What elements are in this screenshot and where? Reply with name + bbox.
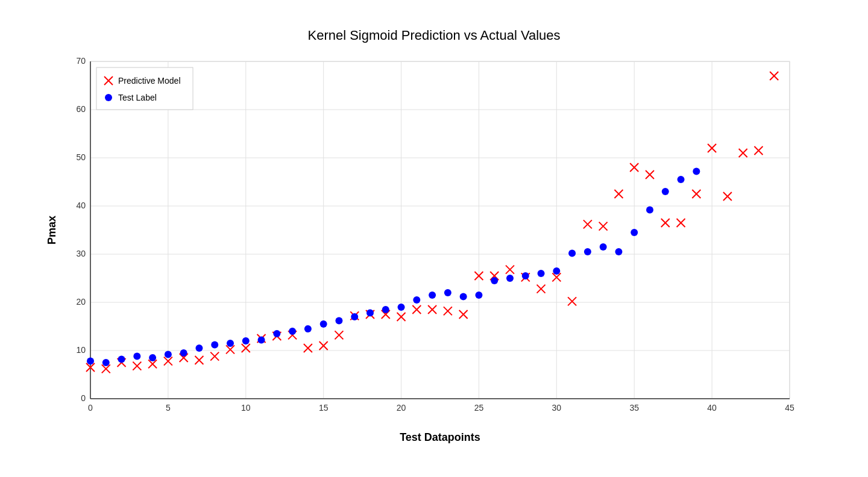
svg-point-148 [335,317,342,324]
svg-point-157 [475,292,482,299]
svg-point-150 [366,310,374,317]
svg-point-176 [105,94,112,101]
svg-text:0: 0 [81,393,86,403]
svg-point-170 [678,176,685,183]
svg-point-158 [491,277,498,284]
svg-text:0: 0 [88,403,93,413]
svg-text:Pmax: Pmax [46,216,58,245]
svg-point-153 [413,296,420,304]
svg-point-159 [506,275,514,282]
svg-point-164 [584,248,591,255]
svg-point-143 [258,336,265,343]
svg-point-169 [662,188,669,195]
svg-point-166 [615,248,622,255]
chart-svg: 010203040506070051015202530354045Test Da… [42,49,826,447]
svg-point-156 [460,293,467,300]
svg-text:60: 60 [76,104,86,114]
svg-text:20: 20 [76,297,86,307]
svg-point-139 [195,344,203,352]
svg-point-144 [273,330,280,337]
svg-point-140 [211,341,218,348]
svg-point-145 [289,328,296,335]
svg-point-151 [382,306,389,313]
svg-point-136 [149,354,156,361]
svg-text:70: 70 [76,56,86,66]
svg-point-135 [133,353,140,360]
svg-point-146 [304,325,312,332]
svg-text:35: 35 [629,403,639,413]
svg-point-141 [227,340,234,347]
svg-point-133 [102,359,110,366]
svg-text:25: 25 [474,403,484,413]
svg-text:40: 40 [76,201,86,210]
svg-point-138 [180,349,187,357]
svg-point-168 [646,206,653,213]
svg-text:40: 40 [707,403,717,413]
svg-point-161 [538,270,545,277]
svg-point-171 [693,167,700,175]
svg-text:10: 10 [241,403,251,413]
svg-text:Test Datapoints: Test Datapoints [400,431,480,443]
svg-rect-1 [90,61,790,399]
svg-point-132 [87,358,94,365]
svg-point-155 [444,289,451,296]
svg-text:Test Label: Test Label [118,93,157,102]
svg-point-160 [522,272,529,279]
svg-point-167 [631,229,638,236]
svg-text:15: 15 [319,403,329,413]
svg-rect-172 [96,67,193,110]
chart-area: 010203040506070051015202530354045Test Da… [42,49,826,447]
svg-text:30: 30 [76,249,86,258]
svg-point-147 [320,320,327,328]
svg-point-165 [600,243,607,251]
chart-title: Kernel Sigmoid Prediction vs Actual Valu… [42,22,826,43]
svg-point-163 [568,249,576,257]
chart-container: Kernel Sigmoid Prediction vs Actual Valu… [42,22,826,455]
svg-text:45: 45 [785,403,794,413]
svg-point-162 [553,267,560,275]
svg-text:5: 5 [166,403,171,413]
svg-point-149 [351,313,358,320]
svg-text:10: 10 [76,345,86,355]
svg-point-137 [165,351,172,358]
svg-point-142 [242,337,250,344]
svg-text:50: 50 [76,152,86,162]
svg-point-134 [118,355,125,363]
svg-point-154 [429,292,436,299]
svg-point-152 [398,304,405,311]
svg-text:Predictive Model: Predictive Model [118,76,181,86]
svg-text:30: 30 [552,403,562,413]
svg-text:20: 20 [397,403,406,413]
